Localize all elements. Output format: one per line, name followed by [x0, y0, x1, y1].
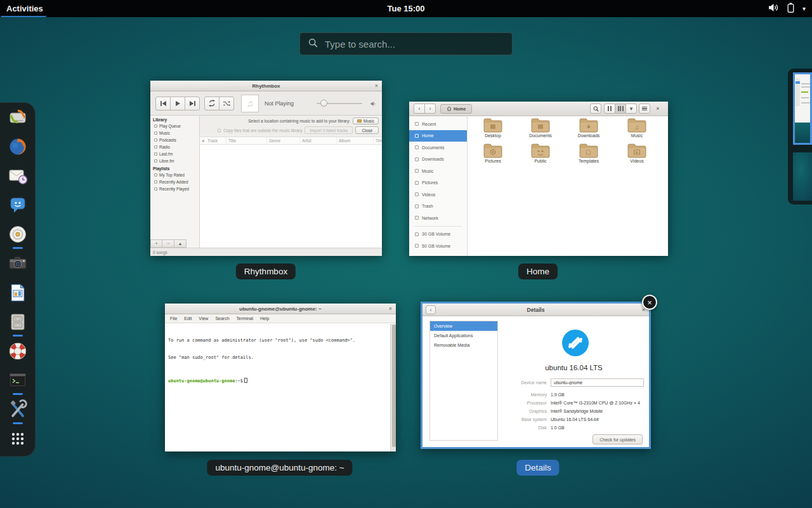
workspace-switcher — [788, 69, 812, 204]
clock[interactable]: Tue 15:00 — [387, 4, 424, 13]
running-indicator-rhythmbox — [13, 247, 23, 249]
list-view-icon — [615, 104, 626, 114]
sidebar-item-recent: Recent — [409, 118, 467, 130]
field-processor: ProcessorIntel® Core™ i3-2310M CPU @ 2.1… — [501, 398, 644, 407]
system-settings-icon[interactable] — [8, 399, 28, 420]
check-for-updates-button: Check for updates — [593, 434, 643, 444]
home-icon — [415, 134, 419, 138]
sidebar-item-trash: Trash — [409, 201, 467, 213]
libreoffice-impress-icon[interactable] — [8, 283, 28, 303]
terminal-scrollbar — [390, 324, 396, 451]
sidebar-item-network: Network — [409, 212, 467, 224]
files-sidebar: Recent Home Documents Downloads Music Pi… — [409, 116, 468, 256]
field-base-system: Base systemUbuntu 16.04 LTS 64-bit — [501, 415, 644, 424]
documents-icon — [415, 145, 419, 149]
volume-slider — [317, 103, 362, 104]
import-prompt: Select a location containing music to ad… — [248, 119, 350, 123]
column-genre: Genre — [267, 137, 300, 144]
folder-music: ♫Music — [614, 117, 660, 138]
folder-documents: Documents — [518, 117, 563, 138]
menu-file: File — [170, 316, 177, 321]
back-button: ‹ — [426, 305, 436, 314]
window-close-button[interactable]: × — [642, 295, 657, 310]
files-icon[interactable] — [8, 312, 28, 332]
rhythmbox-toolbar: ♫ Not Playing — [150, 91, 382, 116]
chevron-down-icon: ▾ — [802, 5, 806, 12]
headerbar-actions: ▾ × — [591, 104, 664, 114]
menu-view: View — [199, 316, 208, 321]
playlist-icon — [154, 180, 157, 184]
system-status-area[interactable]: ▾ — [768, 0, 806, 17]
sidebar-item-default-applications: Default Applications — [430, 331, 497, 340]
running-indicator-settings — [13, 422, 23, 424]
grid-view-icon — [604, 104, 615, 114]
repeat-icon — [204, 97, 219, 110]
folder-pictures: Pictures — [470, 143, 516, 163]
sidebar-item-recently-added: Recently Added — [150, 178, 199, 185]
activities-button[interactable]: Activities — [0, 0, 51, 17]
files-headerbar: ‹ › Home ▾ × — [409, 102, 668, 116]
help-icon[interactable] — [8, 341, 28, 361]
menu-help: Help — [260, 316, 269, 321]
trash-icon — [415, 204, 419, 208]
window-preview-files[interactable]: ‹ › Home ▾ × Recent Home Documents — [409, 102, 668, 256]
sidebar-item-volume-30gb: 30 GB Volume — [409, 229, 467, 241]
terminal-icon[interactable] — [8, 370, 28, 391]
librefm-icon — [154, 159, 157, 163]
search-bar[interactable] — [299, 32, 513, 55]
workspace-1-thumbnail[interactable] — [793, 72, 812, 145]
prompt-suffix: :~$ — [235, 378, 243, 384]
firefox-icon[interactable] — [8, 137, 28, 157]
window-caption-details: Details — [516, 460, 559, 476]
speaker-icon — [370, 98, 377, 109]
window-preview-details[interactable]: × ‹ Details × Overview Default Applicati… — [421, 302, 651, 449]
show-applications-icon[interactable] — [8, 429, 28, 449]
search-icon — [590, 104, 601, 114]
window-caption-home: Home — [518, 264, 558, 279]
shotwell-photos-icon[interactable] — [8, 253, 28, 274]
recent-icon — [415, 122, 419, 126]
rhythmbox-title: Rhythmbox — [252, 83, 280, 89]
field-graphics: GraphicsIntel® Sandybridge Mobile — [501, 406, 644, 415]
activities-active-indicator — [1, 16, 46, 17]
menu-edit: Edit — [184, 316, 192, 321]
rhythmbox-body: Library Play Queue Music Podcasts Radio … — [150, 116, 382, 248]
field-disk: Disk1.0 GB — [501, 423, 644, 432]
close-icon: × — [375, 81, 378, 91]
copy-files-checkbox — [218, 129, 221, 132]
folder-videos: Videos — [614, 143, 660, 163]
window-preview-terminal[interactable]: ubuntu-gnome@ubuntu-gnome: ~ × File Edit… — [165, 304, 396, 451]
sidebar-item-music: Music — [409, 165, 467, 177]
import-tracks-button: Import 0 listed tracks — [304, 126, 353, 134]
sidebar-item-librefm: Libre.fm — [150, 157, 199, 164]
empathy-chat-icon[interactable] — [8, 195, 28, 215]
pictures-icon — [415, 181, 419, 185]
menu-terminal: Terminal — [237, 316, 253, 321]
window-preview-rhythmbox[interactable]: Rhythmbox × ♫ Not Playing Library Play Q… — [150, 81, 382, 256]
close-icon: × — [389, 304, 392, 314]
terminal-line: See "man sudo_root" for details. — [168, 355, 390, 361]
column-track: Track — [200, 137, 226, 144]
backups-icon[interactable] — [8, 107, 28, 128]
search-input[interactable] — [325, 39, 504, 50]
add-button: + — [150, 239, 162, 248]
details-title: Details — [527, 307, 545, 313]
field-device-name: Device name — [501, 378, 644, 387]
column-title: Title — [226, 137, 267, 144]
sidebar-item-music: Music — [150, 130, 199, 137]
path-button-home: Home — [440, 104, 472, 114]
play-queue-icon — [154, 124, 157, 128]
sidebar-item-downloads: Downloads — [409, 154, 467, 166]
rhythmbox-icon[interactable] — [8, 224, 28, 244]
search-icon — [308, 38, 318, 50]
battery-icon — [787, 3, 794, 15]
terminal-prompt-line: ubuntu-gnome@ubuntu-gnome:~$ — [168, 378, 390, 384]
workspace-2-thumbnail[interactable] — [793, 152, 812, 201]
volume-icon — [768, 3, 779, 14]
music-icon — [154, 131, 157, 135]
copy-files-label: Copy files that are outside the music li… — [223, 128, 302, 133]
network-icon — [415, 216, 419, 220]
device-name-input — [551, 378, 644, 387]
playlists-header: Playlists — [150, 164, 199, 171]
evolution-mail-icon[interactable] — [8, 166, 28, 186]
